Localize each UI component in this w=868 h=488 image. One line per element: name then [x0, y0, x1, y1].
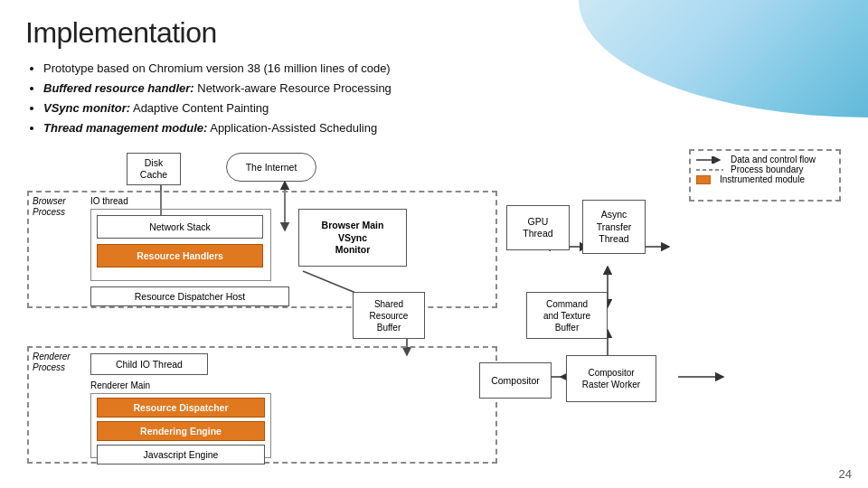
browser-main-label: Browser Main VSync Monitor: [322, 220, 384, 257]
internet-box: The Internet: [226, 153, 316, 182]
page-number: 24: [839, 467, 852, 481]
async-transfer-box: Async Transfer Thread: [582, 200, 646, 254]
gpu-thread-label: GPU Thread: [523, 216, 552, 240]
legend-instrumented-label: Instrumented module: [720, 174, 805, 184]
gpu-thread-box: GPU Thread: [506, 205, 570, 250]
child-io-thread-label: Child IO Thread: [116, 359, 183, 371]
network-stack-box: Network Stack: [97, 215, 263, 239]
internet-label: The Internet: [246, 162, 297, 174]
bullet-list: Prototype based on Chromium version 38 (…: [25, 59, 843, 138]
browser-process-block: BrowserProcess IO thread Network Stack R…: [27, 191, 497, 308]
page-title: Implementation: [25, 16, 843, 50]
rendering-engine-label: Rendering Engine: [140, 426, 222, 438]
legend-data-flow-label: Data and control flow: [731, 155, 816, 164]
shared-resource-label: Shared Resource Buffer: [370, 298, 409, 333]
javascript-engine-label: Javascript Engine: [144, 449, 219, 462]
cmd-texture-box: Command and Texture Buffer: [526, 292, 608, 339]
legend: Data and control flow Process boundary I…: [689, 149, 841, 202]
resource-dispatcher-host-box: Resource Dispatcher Host: [90, 286, 289, 306]
diagram: Data and control flow Process boundary I…: [27, 149, 841, 416]
javascript-engine-box: Javascript Engine: [97, 445, 265, 465]
disk-cache-box: Disk Cache: [127, 153, 181, 185]
cmd-texture-label: Command and Texture Buffer: [543, 298, 590, 333]
compositor-box: Compositor: [479, 362, 552, 399]
browser-main-box: Browser Main VSync Monitor: [298, 209, 407, 267]
browser-process-label: BrowserProcess: [33, 196, 66, 218]
compositor-label: Compositor: [491, 375, 540, 388]
legend-instrumented: Instrumented module: [696, 174, 834, 184]
compositor-raster-label: Compositor Raster Worker: [582, 367, 640, 390]
renderer-process-block: RendererProcess Child IO Thread Renderer…: [27, 346, 497, 464]
rendering-engine-box: Rendering Engine: [97, 421, 265, 441]
legend-process-boundary: Process boundary: [696, 164, 834, 174]
resource-dispatcher-box: Resource Dispatcher: [97, 398, 265, 418]
network-stack-label: Network Stack: [149, 221, 211, 234]
io-thread-label: IO thread: [90, 196, 128, 206]
legend-data-flow: Data and control flow: [696, 155, 834, 164]
disk-cache-label: Disk Cache: [140, 157, 167, 182]
shared-resource-box: Shared Resource Buffer: [353, 292, 425, 339]
renderer-main-label: Renderer Main: [90, 380, 150, 390]
renderer-process-label: RendererProcess: [33, 352, 71, 373]
resource-handlers-box: Resource Handlers: [97, 244, 263, 267]
child-io-thread-box: Child IO Thread: [90, 353, 208, 375]
async-transfer-label: Async Transfer Thread: [597, 209, 632, 246]
compositor-raster-box: Compositor Raster Worker: [566, 355, 656, 402]
resource-dispatcher-label: Resource Dispatcher: [133, 402, 228, 415]
resource-dispatcher-host-label: Resource Dispatcher Host: [135, 291, 246, 304]
resource-handlers-label: Resource Handlers: [137, 250, 223, 263]
legend-process-label: Process boundary: [731, 164, 804, 174]
